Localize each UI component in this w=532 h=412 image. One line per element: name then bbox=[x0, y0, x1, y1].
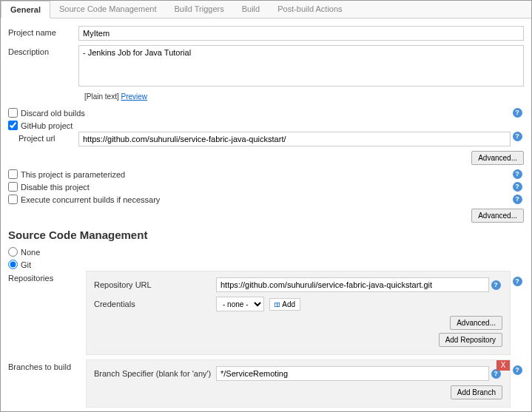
tab-post-build[interactable]: Post-build Actions bbox=[269, 1, 351, 18]
tab-build-triggers[interactable]: Build Triggers bbox=[165, 1, 232, 18]
credentials-label: Credentials bbox=[94, 300, 216, 308]
scm-none-radio[interactable] bbox=[8, 247, 18, 257]
help-icon[interactable]: ? bbox=[513, 195, 522, 204]
advanced-button[interactable]: Advanced... bbox=[471, 151, 524, 165]
help-icon[interactable]: ? bbox=[513, 169, 522, 179]
repo-url-label: Repository URL bbox=[94, 280, 216, 289]
parameterized-checkbox[interactable] bbox=[8, 169, 18, 179]
description-textarea[interactable]: - Jenkins Job for Java Tutorial bbox=[78, 45, 524, 87]
disable-project-checkbox[interactable] bbox=[8, 182, 18, 192]
help-icon[interactable]: ? bbox=[513, 132, 522, 141]
key-icon: ⚿ bbox=[275, 302, 280, 308]
disable-project-label: Disable this project bbox=[21, 183, 511, 192]
branch-specifier-input[interactable] bbox=[216, 366, 489, 381]
scm-git-label: Git bbox=[21, 260, 524, 269]
tab-build[interactable]: Build bbox=[233, 1, 269, 18]
help-icon[interactable]: ? bbox=[513, 277, 522, 286]
advanced-button[interactable]: Advanced... bbox=[471, 209, 524, 223]
project-name-label: Project name bbox=[8, 26, 78, 37]
scm-none-label: None bbox=[21, 248, 524, 257]
credentials-add-button[interactable]: ⚿ Add bbox=[269, 298, 300, 311]
discard-old-builds-checkbox[interactable] bbox=[8, 108, 18, 118]
description-label: Description bbox=[8, 45, 78, 56]
add-branch-button[interactable]: Add Branch bbox=[451, 385, 502, 399]
concurrent-builds-checkbox[interactable] bbox=[8, 195, 18, 204]
tab-general[interactable]: General bbox=[1, 1, 50, 18]
delete-branch-button[interactable]: X bbox=[496, 360, 510, 371]
help-icon[interactable]: ? bbox=[513, 365, 522, 375]
scm-heading: Source Code Management bbox=[8, 229, 524, 241]
branch-specifier-label: Branch Specifier (blank for 'any') bbox=[94, 369, 216, 378]
config-tabs: General Source Code Management Build Tri… bbox=[1, 1, 531, 18]
branches-label: Branches to build bbox=[8, 359, 86, 408]
help-icon[interactable]: ? bbox=[491, 280, 501, 290]
tab-scm[interactable]: Source Code Management bbox=[50, 1, 165, 18]
help-icon[interactable]: ? bbox=[513, 108, 522, 118]
credentials-select[interactable]: - none - bbox=[216, 297, 264, 311]
preview-link[interactable]: Preview bbox=[121, 92, 147, 101]
project-url-label: Project url bbox=[8, 132, 78, 143]
github-project-checkbox[interactable] bbox=[8, 121, 18, 130]
discard-old-builds-label: Discard old builds bbox=[21, 109, 511, 118]
repository-block: Repository URL ? Credentials - none - ⚿ … bbox=[86, 271, 511, 355]
concurrent-builds-label: Execute concurrent builds if necessary bbox=[21, 195, 511, 204]
help-icon[interactable]: ? bbox=[513, 182, 522, 192]
scm-git-radio[interactable] bbox=[8, 260, 18, 269]
github-project-label: GitHub project bbox=[21, 121, 524, 130]
project-url-input[interactable] bbox=[78, 132, 511, 146]
parameterized-label: This project is parameterized bbox=[21, 170, 511, 179]
plaintext-label: [Plain text] bbox=[84, 92, 119, 101]
advanced-button[interactable]: Advanced... bbox=[450, 316, 502, 330]
branch-block: X Branch Specifier (blank for 'any') ? A… bbox=[86, 359, 511, 408]
project-name-input[interactable] bbox=[78, 26, 524, 41]
repositories-label: Repositories bbox=[8, 271, 86, 355]
add-repository-button[interactable]: Add Repository bbox=[439, 333, 502, 347]
repo-url-input[interactable] bbox=[216, 277, 489, 292]
